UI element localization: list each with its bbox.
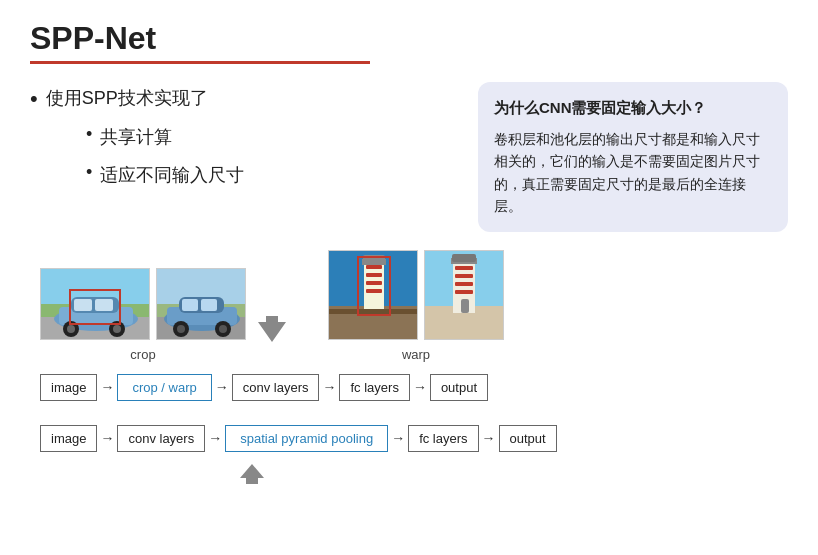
flow-conv-2: conv layers [117, 425, 205, 452]
flow-image-2: image [40, 425, 97, 452]
svg-rect-41 [455, 282, 473, 286]
flow-output-2: output [499, 425, 557, 452]
flow-arrow-2a: → [97, 430, 117, 446]
bullet-sub-dot-2: • [86, 121, 92, 148]
flow-row-2: image → conv layers → spatial pyramid po… [40, 425, 778, 452]
content-row: • 使用SPP技术实现了 • 共享计算 • 适应不同输入尺寸 为什么CNN需要固… [30, 82, 788, 232]
flow-output-1: output [430, 374, 488, 401]
svg-rect-23 [201, 299, 217, 311]
bullet-item-3: • 适应不同输入尺寸 [58, 159, 458, 191]
car-pair [40, 268, 246, 340]
bullet-text-3: 适应不同输入尺寸 [100, 159, 244, 191]
bullet-text-1: 使用SPP技术实现了 [46, 82, 208, 114]
flow-arrow-2b: → [205, 430, 225, 446]
flow-arrow-2d: → [479, 430, 499, 446]
flow-arrow-1b: → [212, 379, 232, 395]
crop-group: crop [40, 268, 246, 362]
bullet-item-1: • 使用SPP技术实现了 [30, 82, 458, 115]
svg-point-9 [113, 325, 121, 333]
title: SPP-Net [30, 20, 788, 57]
flow-fc-1: fc layers [339, 374, 409, 401]
bullet-item-2: • 共享计算 [58, 121, 458, 153]
tooltip-box: 为什么CNN需要固定输入大小？ 卷积层和池化层的输出尺寸都是和输入尺寸相关的，它… [478, 82, 788, 232]
up-arrow-icon [238, 462, 266, 484]
bullet-sub-dot-3: • [86, 159, 92, 186]
tooltip-title: 为什么CNN需要固定输入大小？ [494, 96, 772, 120]
title-underline [30, 61, 370, 64]
svg-rect-39 [455, 266, 473, 270]
svg-rect-40 [455, 274, 473, 278]
car-image-left [40, 268, 150, 340]
car-image-right [156, 268, 246, 340]
svg-marker-24 [258, 316, 286, 342]
lighthouse-pair [328, 250, 504, 340]
warp-label: warp [402, 347, 430, 362]
svg-rect-42 [455, 290, 473, 294]
up-arrow-area [40, 462, 778, 484]
flow-conv-1: conv layers [232, 374, 320, 401]
svg-point-21 [219, 325, 227, 333]
flow-arrow-2c: → [388, 430, 408, 446]
flow-section: image → crop / warp → conv layers → fc l… [30, 374, 788, 484]
lighthouse-image-left [328, 250, 418, 340]
flow-arrow-1a: → [97, 379, 117, 395]
down-arrow-icon [256, 314, 288, 344]
lighthouse-image-right [424, 250, 504, 340]
images-section: crop [30, 250, 788, 362]
svg-point-7 [67, 325, 75, 333]
flow-crop-warp: crop / warp [117, 374, 211, 401]
warp-group: warp [328, 250, 504, 362]
bullet-text-2: 共享计算 [100, 121, 172, 153]
down-arrow-area [256, 314, 288, 362]
crop-label: crop [130, 347, 155, 362]
bullet-section: • 使用SPP技术实现了 • 共享计算 • 适应不同输入尺寸 [30, 82, 458, 232]
svg-marker-45 [240, 464, 264, 484]
bullet-dot-1: • [30, 82, 38, 115]
red-box-2 [357, 256, 391, 316]
svg-rect-22 [182, 299, 198, 311]
red-box-1 [69, 289, 121, 325]
svg-rect-44 [461, 299, 469, 313]
flow-spp: spatial pyramid pooling [225, 425, 388, 452]
flow-fc-2: fc layers [408, 425, 478, 452]
slide-container: SPP-Net • 使用SPP技术实现了 • 共享计算 • 适应不同输入尺寸 [0, 0, 818, 555]
svg-rect-43 [452, 254, 476, 262]
svg-point-19 [177, 325, 185, 333]
flow-arrow-1d: → [410, 379, 430, 395]
flow-row-1: image → crop / warp → conv layers → fc l… [40, 374, 778, 401]
flow-image-1: image [40, 374, 97, 401]
tooltip-body: 卷积层和池化层的输出尺寸都是和输入尺寸相关的，它们的输入是不需要固定图片尺寸的，… [494, 128, 772, 218]
flow-arrow-1c: → [319, 379, 339, 395]
